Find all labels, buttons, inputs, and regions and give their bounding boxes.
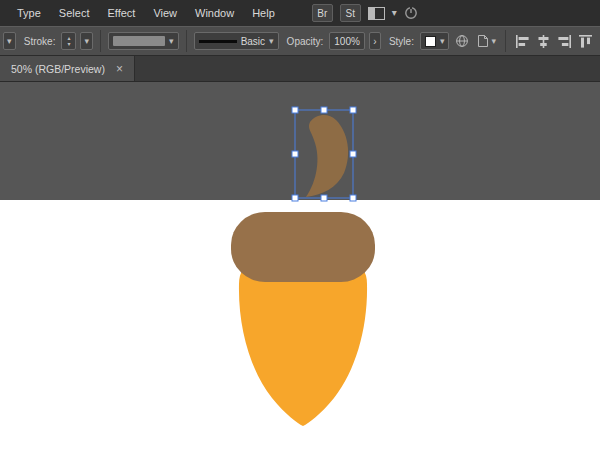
stepper-down-icon: ▾ <box>67 41 70 47</box>
workspace-pane <box>369 8 375 19</box>
selection-handle[interactable] <box>350 107 356 113</box>
menu-window[interactable]: Window <box>186 7 243 19</box>
align-center-icon[interactable] <box>536 35 551 48</box>
menu-select[interactable]: Select <box>50 7 99 19</box>
menu-type[interactable]: Type <box>8 7 50 19</box>
style-label: Style: <box>389 36 414 47</box>
align-right-icon[interactable] <box>557 35 572 48</box>
workspace-switcher-icon[interactable] <box>368 7 385 20</box>
document-tab-bar: 50% (RGB/Preview) × <box>0 56 600 82</box>
separator <box>186 30 187 52</box>
graphic-style-dropdown[interactable]: ▾ <box>420 32 450 50</box>
brush-definition-dropdown[interactable]: ▾ <box>108 32 179 50</box>
stroke-weight-stepper[interactable]: ▴ ▾ <box>61 32 76 50</box>
document-tab-title: 50% (RGB/Preview) <box>11 63 105 75</box>
document-setup-button[interactable]: ▾ <box>475 32 498 50</box>
menu-help[interactable]: Help <box>243 7 284 19</box>
canvas-area[interactable] <box>0 82 600 452</box>
control-bar: ▾ Stroke: ▴ ▾ ▾ ▾ Basic ▾ Opacity: 100% … <box>0 26 600 56</box>
selection-handle[interactable] <box>292 107 298 113</box>
selection-handle[interactable] <box>321 195 327 201</box>
opacity-value: 100% <box>334 36 360 47</box>
separator <box>505 30 506 52</box>
opacity-dropdown[interactable]: 100% <box>329 32 365 50</box>
chevron-down-icon[interactable]: ▾ <box>392 8 397 18</box>
gpu-performance-icon[interactable] <box>404 6 418 20</box>
menu-bar: Type Select Effect View Window Help Br S… <box>0 0 600 26</box>
selection-handle[interactable] <box>350 195 356 201</box>
stroke-line-preview <box>199 40 237 43</box>
opacity-options-button[interactable]: › <box>369 32 381 50</box>
menu-effect[interactable]: Effect <box>98 7 144 19</box>
align-top-icon[interactable] <box>578 35 593 48</box>
align-left-icon[interactable] <box>515 35 530 48</box>
stroke-label: Stroke: <box>24 36 56 47</box>
align-buttons <box>502 30 597 52</box>
selection-handle[interactable] <box>350 151 356 157</box>
chevron-down-icon: ▾ <box>84 37 89 46</box>
selection-handle[interactable] <box>292 195 298 201</box>
separator <box>100 30 101 52</box>
document-setup-globe-button[interactable] <box>453 32 471 50</box>
stroke-weight-dropdown[interactable]: ▾ <box>80 32 93 50</box>
canvas-svg <box>0 82 600 452</box>
opacity-label: Opacity: <box>287 36 324 47</box>
menu-bar-icons: Br St ▾ <box>312 4 418 22</box>
stroke-style-dropdown[interactable]: Basic ▾ <box>194 32 279 50</box>
chevron-down-icon: ▾ <box>269 37 274 46</box>
bridge-button[interactable]: Br <box>312 4 333 22</box>
chevron-down-icon: ▾ <box>440 37 445 46</box>
document-tab[interactable]: 50% (RGB/Preview) × <box>0 56 135 81</box>
document-icon <box>477 34 489 48</box>
variable-width-dropdown[interactable]: ▾ <box>3 32 16 50</box>
tab-close-button[interactable]: × <box>116 62 123 76</box>
chevron-down-icon: ▾ <box>7 37 12 46</box>
acorn-cap-shape[interactable] <box>231 212 375 282</box>
globe-icon <box>455 34 469 48</box>
chevron-down-icon: ▾ <box>169 37 174 46</box>
brush-preview-swatch <box>113 36 165 46</box>
chevron-down-icon: ▾ <box>491 37 496 46</box>
pasteboard[interactable] <box>0 82 600 200</box>
graphic-style-swatch <box>425 36 436 47</box>
stroke-style-name: Basic <box>241 36 265 47</box>
stock-button[interactable]: St <box>340 4 361 22</box>
selection-handle[interactable] <box>321 107 327 113</box>
menu-view[interactable]: View <box>144 7 186 19</box>
selection-handle[interactable] <box>292 151 298 157</box>
